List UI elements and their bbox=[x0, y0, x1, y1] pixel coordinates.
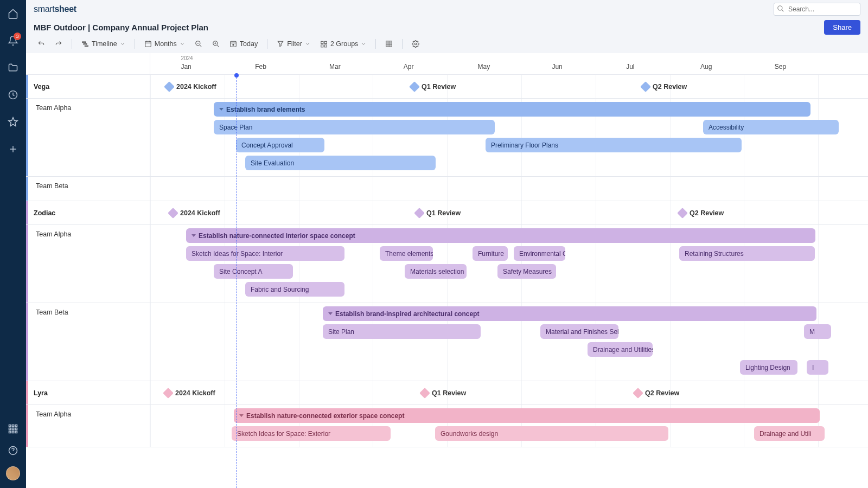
task-bar[interactable]: Theme elements bbox=[380, 246, 433, 261]
svg-point-25 bbox=[415, 43, 417, 45]
add-icon[interactable] bbox=[7, 143, 19, 155]
month-label: Apr bbox=[404, 63, 414, 70]
task-bar[interactable]: Accessibility bbox=[703, 120, 839, 134]
svg-rect-15 bbox=[145, 41, 151, 47]
svg-rect-12 bbox=[82, 42, 86, 43]
task-bar[interactable]: M bbox=[804, 324, 831, 339]
notification-badge: 3 bbox=[14, 33, 21, 40]
svg-point-19 bbox=[233, 44, 234, 46]
svg-rect-21 bbox=[324, 41, 327, 43]
task-bar[interactable]: Concept Approval bbox=[236, 138, 324, 152]
task-bar[interactable]: Drainage and Utilities bbox=[588, 342, 653, 357]
svg-rect-4 bbox=[9, 428, 11, 429]
task-bar[interactable]: Space Plan bbox=[214, 120, 495, 134]
task-bar[interactable]: Sketch Ideas for Space: Interior bbox=[186, 246, 344, 261]
task-bar[interactable]: Preliminary Floor Plans bbox=[486, 138, 742, 152]
svg-rect-8 bbox=[12, 431, 14, 433]
titlebar: MBF Outdoor | Company Annual Project Pla… bbox=[26, 18, 868, 36]
svg-rect-3 bbox=[15, 425, 17, 427]
task-bar[interactable]: Furniture bbox=[473, 246, 508, 261]
zoom-out-button[interactable] bbox=[191, 38, 206, 49]
milestone[interactable]: Q2 Review bbox=[642, 83, 687, 91]
milestone[interactable]: 2024 Kickoff bbox=[164, 389, 215, 397]
svg-rect-9 bbox=[15, 431, 17, 433]
svg-rect-14 bbox=[85, 46, 88, 47]
milestone[interactable]: Q2 Review bbox=[679, 209, 724, 217]
share-button[interactable]: Share bbox=[824, 20, 860, 35]
task-bar[interactable]: Site Concept A bbox=[214, 264, 293, 279]
table-button[interactable] bbox=[381, 38, 397, 49]
month-label: Sep bbox=[775, 63, 786, 70]
undo-button[interactable] bbox=[34, 38, 49, 49]
task-bar[interactable]: I bbox=[807, 360, 828, 375]
svg-rect-6 bbox=[15, 428, 17, 429]
milestone[interactable]: Q1 Review bbox=[411, 83, 456, 91]
svg-rect-20 bbox=[321, 41, 323, 43]
timeline-header: 2024JanFebMarAprMayJunJulAugSep bbox=[26, 53, 868, 75]
toolbar: Timeline Months Today Filter 2 Groups bbox=[26, 36, 868, 52]
task-bar[interactable]: Fabric and Sourcing bbox=[245, 282, 344, 297]
page-title: MBF Outdoor | Company Annual Project Pla… bbox=[34, 23, 208, 32]
milestone[interactable]: Q1 Review bbox=[416, 209, 461, 217]
svg-rect-22 bbox=[321, 45, 323, 47]
timeline-body[interactable]: Vega2024 KickoffQ1 ReviewQ2 ReviewTeam A… bbox=[26, 75, 868, 447]
task-bar[interactable]: Establish nature-connected interior spac… bbox=[186, 228, 815, 243]
search-input[interactable] bbox=[774, 3, 860, 16]
search-box bbox=[774, 3, 860, 16]
task-bar[interactable]: Goundworks design bbox=[435, 426, 668, 441]
svg-rect-13 bbox=[84, 43, 87, 44]
task-bar[interactable]: Establish brand-inspired architectural c… bbox=[323, 306, 816, 321]
task-bar[interactable]: Material and Finishes Selection bbox=[540, 324, 618, 339]
task-bar[interactable]: Establish brand elements bbox=[214, 102, 810, 117]
view-timeline-button[interactable]: Timeline bbox=[78, 38, 129, 49]
svg-rect-23 bbox=[324, 45, 327, 47]
task-bar[interactable]: Establish nature-connected exterior spac… bbox=[234, 408, 820, 423]
filter-button[interactable]: Filter bbox=[273, 38, 314, 49]
recent-icon[interactable] bbox=[7, 89, 19, 101]
task-bar[interactable]: Retaining Structures bbox=[679, 246, 815, 261]
today-button[interactable]: Today bbox=[226, 38, 261, 49]
subgroup-label[interactable]: Team Alpha bbox=[26, 99, 150, 176]
notifications-icon[interactable]: 3 bbox=[7, 35, 19, 47]
milestone[interactable]: Q2 Review bbox=[634, 389, 679, 397]
left-nav-rail: 3 bbox=[0, 0, 26, 488]
task-bar[interactable]: Site Plan bbox=[323, 324, 481, 339]
subgroup-label[interactable]: Team Alpha bbox=[26, 225, 150, 303]
group-header[interactable]: Zodiac bbox=[26, 201, 150, 224]
timescale-button[interactable]: Months bbox=[141, 38, 189, 49]
task-bar[interactable]: Environmental Considerations bbox=[514, 246, 565, 261]
subgroup-label[interactable]: Team Alpha bbox=[26, 405, 150, 447]
redo-button[interactable] bbox=[51, 38, 66, 49]
milestone[interactable]: 2024 Kickoff bbox=[165, 83, 216, 91]
settings-button[interactable] bbox=[408, 38, 423, 49]
groups-button[interactable]: 2 Groups bbox=[316, 38, 370, 49]
zoom-in-button[interactable] bbox=[208, 38, 224, 49]
task-bar[interactable]: Materials selection bbox=[405, 264, 467, 279]
help-icon[interactable] bbox=[7, 445, 19, 457]
group-header[interactable]: Lyra bbox=[26, 381, 150, 404]
favorites-icon[interactable] bbox=[7, 116, 19, 128]
avatar[interactable] bbox=[6, 466, 20, 480]
apps-icon[interactable] bbox=[7, 423, 19, 435]
task-bar[interactable]: Lighting Design bbox=[740, 360, 797, 375]
task-bar[interactable]: Drainage and Utili bbox=[754, 426, 825, 441]
timeline: 2024JanFebMarAprMayJunJulAugSep Vega2024… bbox=[26, 53, 868, 488]
folder-icon[interactable] bbox=[7, 62, 19, 74]
svg-rect-7 bbox=[9, 431, 11, 433]
task-bar[interactable]: Site Evaluation bbox=[245, 156, 436, 170]
today-indicator bbox=[234, 73, 239, 78]
month-label: Jul bbox=[626, 63, 634, 70]
subgroup-label[interactable]: Team Beta bbox=[26, 177, 150, 201]
milestone[interactable]: 2024 Kickoff bbox=[169, 209, 220, 217]
task-bar[interactable]: Safety Measures bbox=[497, 264, 556, 279]
search-icon bbox=[777, 5, 784, 12]
subgroup-label[interactable]: Team Beta bbox=[26, 303, 150, 381]
topbar: smartsheet bbox=[26, 0, 868, 18]
svg-rect-24 bbox=[386, 41, 392, 47]
home-icon[interactable] bbox=[7, 8, 19, 20]
svg-rect-1 bbox=[9, 425, 11, 427]
group-header[interactable]: Vega bbox=[26, 75, 150, 98]
milestone[interactable]: Q1 Review bbox=[421, 389, 466, 397]
task-bar[interactable]: Sketch Ideas for Space: Exterior bbox=[232, 426, 391, 441]
month-label: Jan bbox=[181, 63, 191, 70]
